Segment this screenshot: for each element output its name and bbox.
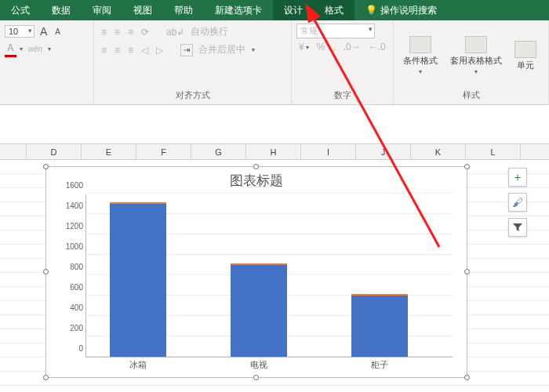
y-tick: 1000: [56, 242, 83, 251]
chart-filter-button[interactable]: [508, 218, 527, 237]
align-left-button[interactable]: ≡: [99, 43, 109, 57]
y-tick: 1600: [56, 181, 83, 190]
col-K[interactable]: K: [411, 144, 466, 159]
cond-format-label: 条件格式: [403, 55, 438, 67]
resize-handle[interactable]: [43, 164, 49, 169]
align-top-button[interactable]: ≡: [99, 25, 109, 39]
merge-label: 合并后居中: [198, 43, 245, 56]
table-format-icon: [465, 36, 487, 53]
resize-handle[interactable]: [253, 164, 259, 169]
chart-plot-area[interactable]: 02004006008001000120014001600冰箱电视柜子: [85, 194, 453, 358]
wrap-text-button[interactable]: ab↲ 自动换行: [164, 24, 231, 40]
indent-dec-button[interactable]: ◁: [139, 43, 151, 57]
group-label-font: [5, 90, 89, 103]
y-tick: 0: [56, 344, 83, 353]
col-D[interactable]: D: [27, 144, 82, 159]
x-label: 柜子: [351, 359, 408, 371]
font-color-button[interactable]: A: [5, 41, 16, 57]
cond-format-icon: [409, 36, 431, 53]
group-label-number: 数字: [296, 88, 388, 103]
group-number: 常规 ¥▾ % , .0→ ←.0 数字: [292, 20, 394, 104]
tab-review[interactable]: 审阅: [82, 0, 122, 20]
align-right-button[interactable]: ≡: [125, 43, 136, 57]
y-tick: 200: [56, 324, 83, 332]
chart-bar[interactable]: [351, 296, 408, 357]
tab-data[interactable]: 数据: [41, 0, 82, 20]
percent-button[interactable]: %: [314, 40, 328, 54]
tab-newtab[interactable]: 新建选项卡: [204, 0, 273, 20]
y-tick: 1200: [56, 222, 83, 230]
y-tick: 800: [56, 263, 83, 271]
chevron-down-icon[interactable]: ▾: [48, 45, 51, 53]
wrap-icon: ab↲: [166, 27, 184, 38]
ribbon-tabs: 公式 数据 审阅 视图 帮助 新建选项卡 设计 格式 💡操作说明搜索: [0, 0, 549, 20]
number-format-select[interactable]: 常规: [296, 24, 375, 38]
resize-handle[interactable]: [43, 269, 49, 274]
merge-icon: ⇥: [180, 44, 193, 56]
tab-formula[interactable]: 公式: [0, 0, 41, 20]
group-styles: 条件格式▾ 套用表格格式▾ 单元 样式: [394, 20, 549, 104]
conditional-format-button[interactable]: 条件格式▾: [398, 33, 442, 78]
increase-font-button[interactable]: A: [38, 24, 49, 39]
col-E[interactable]: E: [82, 144, 136, 159]
chart-bar[interactable]: [110, 204, 166, 357]
col-H[interactable]: H: [246, 144, 301, 159]
col-gutter: [0, 144, 27, 159]
tab-design[interactable]: 设计: [273, 0, 314, 20]
chart-bar[interactable]: [231, 265, 287, 357]
comma-button[interactable]: ,: [330, 40, 337, 54]
cell-styles-icon: [514, 41, 536, 58]
col-I[interactable]: I: [301, 144, 356, 159]
chart-title[interactable]: 图表标题: [46, 167, 467, 191]
col-F[interactable]: F: [136, 144, 191, 159]
tab-help[interactable]: 帮助: [163, 0, 204, 20]
y-tick: 1400: [56, 201, 83, 210]
resize-handle[interactable]: [43, 375, 49, 380]
currency-button[interactable]: ¥▾: [296, 40, 311, 54]
col-J[interactable]: J: [356, 144, 411, 159]
formula-bar-area: [0, 105, 549, 144]
orientation-button[interactable]: ⟳: [139, 25, 151, 39]
lightbulb-icon: 💡: [365, 5, 377, 16]
tab-view[interactable]: 视图: [122, 0, 163, 20]
chart-side-buttons: + 🖌: [508, 168, 527, 237]
resize-handle[interactable]: [464, 164, 470, 169]
group-label-styles: 样式: [398, 88, 544, 103]
wrap-label: 自动换行: [191, 25, 228, 38]
worksheet[interactable]: D E F G H I J K L 图表标题 02004006008001000…: [0, 144, 549, 392]
resize-handle[interactable]: [464, 375, 470, 380]
col-L[interactable]: L: [466, 144, 521, 159]
y-tick: 400: [56, 303, 83, 312]
group-font-partial: 10 A A A ▾ wén ▾: [0, 20, 94, 104]
col-G[interactable]: G: [191, 144, 246, 159]
align-middle-button[interactable]: ≡: [112, 25, 122, 39]
x-label: 电视: [231, 359, 287, 371]
chart-add-element-button[interactable]: +: [508, 168, 527, 187]
group-alignment: ≡ ≡ ≡ ⟳ ab↲ 自动换行 ≡ ≡ ≡ ◁ ▷ ⇥ 合并后居中 ▾ 对齐方…: [94, 20, 292, 104]
chevron-down-icon[interactable]: ▾: [20, 45, 23, 53]
decrease-font-button[interactable]: A: [53, 26, 63, 38]
embedded-chart[interactable]: 图表标题 02004006008001000120014001600冰箱电视柜子: [45, 166, 467, 378]
ribbon: 10 A A A ▾ wén ▾ ≡ ≡ ≡ ⟳ ab↲ 自动换行: [0, 20, 549, 105]
tab-tellme[interactable]: 💡操作说明搜索: [354, 0, 448, 20]
phonetic-button[interactable]: wén: [26, 43, 45, 55]
resize-handle[interactable]: [464, 269, 470, 274]
merge-center-button[interactable]: ⇥ 合并后居中 ▾: [178, 42, 257, 58]
table-format-label: 套用表格格式: [450, 55, 502, 67]
tab-format[interactable]: 格式: [314, 0, 354, 20]
y-tick: 600: [56, 283, 83, 292]
x-label: 冰箱: [110, 359, 166, 371]
dec-decimal-button[interactable]: ←.0: [366, 40, 388, 54]
column-headers: D E F G H I J K L: [0, 144, 549, 160]
align-bottom-button[interactable]: ≡: [125, 25, 136, 39]
chart-styles-button[interactable]: 🖌: [508, 193, 527, 212]
indent-inc-button[interactable]: ▷: [154, 43, 165, 57]
group-label-alignment: 对齐方式: [99, 88, 286, 103]
align-center-button[interactable]: ≡: [112, 43, 122, 57]
cell-styles-label: 单元: [517, 60, 534, 71]
resize-handle[interactable]: [253, 375, 259, 380]
font-size-select[interactable]: 10: [5, 25, 35, 38]
table-format-button[interactable]: 套用表格格式▾: [445, 33, 507, 78]
inc-decimal-button[interactable]: .0→: [341, 40, 363, 54]
cell-styles-button[interactable]: 单元: [510, 38, 541, 74]
